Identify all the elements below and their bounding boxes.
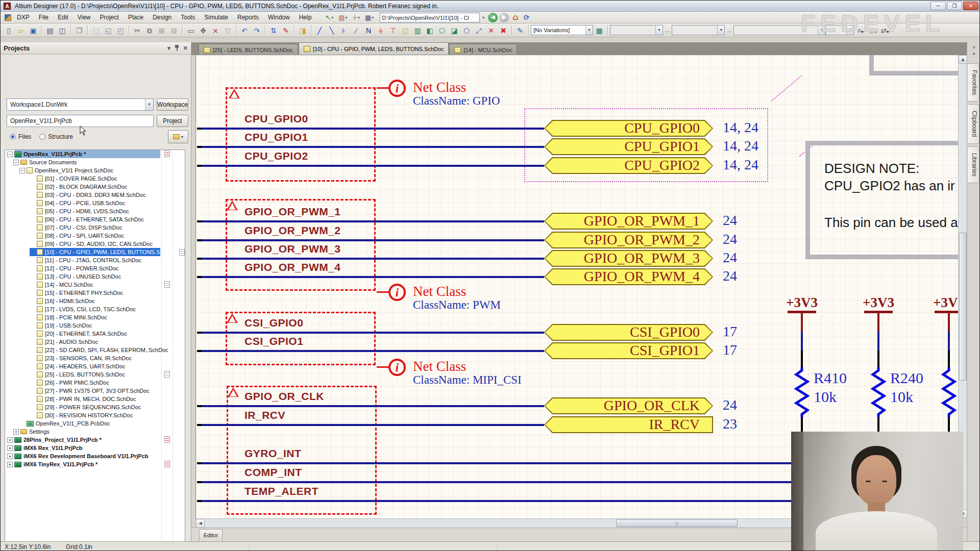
compile-mask-icon[interactable]: ✖ (498, 25, 509, 36)
layer-stack-icon[interactable]: ▤▾ (336, 13, 349, 22)
tree-item[interactable]: +iMX6 Rex_V1I1.PrjPcb (5, 444, 185, 452)
editor-tab[interactable]: Editor (199, 529, 223, 541)
tree-expander-icon[interactable]: − (13, 160, 19, 165)
tree-expander-icon[interactable]: + (13, 429, 19, 435)
home-button[interactable]: ⌂ (510, 13, 520, 22)
port-gpio_or_clk[interactable]: GPIO_OR_CLK (544, 397, 713, 414)
tree-expander-icon[interactable]: − (19, 168, 25, 173)
find-similar-icon[interactable]: ◨ (297, 25, 308, 36)
tree-item[interactable]: [09] - CPU - SD, AUDIO, I2C, CAN.SchDoc (5, 240, 185, 248)
scroll-up-icon[interactable]: ▲ (959, 55, 967, 64)
panel-tab-clipboard[interactable]: Clipboard (968, 104, 979, 143)
panel-close-icon[interactable]: ✕ (183, 45, 188, 52)
tree-expander-icon[interactable]: + (7, 462, 13, 467)
tree-item[interactable]: [28] - PWR IN, MECH, DOC.SchDoc (5, 395, 185, 403)
compile-mask-triangle[interactable] (228, 387, 239, 397)
panel-tab-libraries[interactable]: Libraries (968, 146, 979, 183)
tree-expander-icon[interactable]: + (7, 454, 13, 459)
undo-icon[interactable]: ↶ (239, 25, 250, 36)
zoom-area-icon[interactable]: ⬚ (90, 25, 102, 36)
horizontal-scroll-thumb[interactable] (616, 519, 738, 527)
menu-item-view[interactable]: View (73, 12, 95, 22)
select-area-icon[interactable]: ▭ (185, 25, 197, 36)
back-button[interactable]: ◀ (488, 13, 498, 22)
tree-item[interactable]: [26] - PWR PMIC.SchDoc (5, 379, 185, 387)
tree-item[interactable]: [18] - PCIE MINI.SchDoc (5, 313, 185, 321)
menu-item-design[interactable]: Design (148, 12, 176, 22)
menu-item-file[interactable]: File (34, 12, 53, 22)
new-document-icon[interactable]: ▯ (3, 25, 14, 36)
net-label[interactable]: GPIO_OR_CLK (244, 390, 324, 403)
edit-pencil-icon[interactable]: ✎ (280, 25, 291, 36)
path-combobox[interactable]: D:\Projects\OpenRex\V1I1\[10] - CI (380, 13, 480, 22)
tree-item[interactable]: +Settings (5, 428, 185, 436)
tree-item[interactable]: [13] - CPU - UNUSED.SchDoc (5, 272, 185, 281)
snap-grid-icon[interactable]: ▦▾ (363, 13, 376, 22)
wire-gpio_or_pwm_4[interactable] (198, 276, 544, 278)
zoom-selection-icon[interactable]: ◰ (115, 25, 126, 36)
menu-item-tools[interactable]: Tools (176, 12, 200, 22)
mask-combobox-3[interactable]: ▾ (733, 25, 825, 35)
place-wire-icon[interactable]: ╱ (314, 25, 325, 36)
port-ir_rcv[interactable]: IR_RCV (544, 416, 713, 433)
menu-item-simulate[interactable]: Simulate (200, 12, 233, 22)
cut-icon[interactable]: ✂ (132, 25, 143, 36)
restore-button[interactable]: ❐ (947, 2, 962, 10)
place-part-icon[interactable]: ◫ (400, 25, 411, 36)
workspace-combobox[interactable]: Workspace1.DsnWrk▾ (7, 98, 154, 111)
net-label[interactable]: GPIO_OR_PWM_2 (244, 224, 341, 237)
distribute-tools-icon[interactable]: ≣▾ (867, 25, 878, 36)
move-selection-icon[interactable]: ✥ (198, 25, 209, 36)
wire-gyro_int[interactable] (198, 462, 791, 464)
net-class-directive-icon[interactable]: i (388, 359, 406, 376)
print-preview-icon[interactable]: ◫ (57, 25, 68, 36)
path-dropdown-icon[interactable]: ▾ (480, 14, 486, 21)
power-port-3v3[interactable]: +3V3 (771, 295, 832, 311)
save-document-icon[interactable]: ▣ (28, 25, 39, 36)
wire-cpu_gpio2[interactable] (198, 165, 544, 167)
port-csi_gpio1[interactable]: CSI_GPIO1 (544, 342, 713, 359)
port-cpu_gpio2[interactable]: CPU_GPIO2 (544, 157, 713, 174)
open-project-button[interactable]: ▾ (168, 130, 188, 143)
net-label[interactable]: CPU_GPIO1 (244, 131, 308, 143)
place-no-erc-icon[interactable]: ✕ (485, 25, 497, 36)
menu-item-project[interactable]: Project (95, 12, 124, 22)
panels-more-icon[interactable]: » (972, 44, 975, 50)
tree-item[interactable]: [29] - POWER SEQUENCING.SchDoc (5, 403, 185, 411)
resistor-symbol[interactable] (870, 367, 887, 424)
place-harness-entry-icon[interactable]: ◪ (449, 25, 460, 36)
redo-icon[interactable]: ↷ (251, 25, 262, 36)
project-button[interactable]: Project (157, 115, 188, 127)
tree-item[interactable]: −OpenRex_V1I1.PrjPcb * (5, 150, 185, 158)
paste-array-icon[interactable]: ⊟ (168, 25, 180, 36)
port-csi_gpio0[interactable]: CSI_GPIO0 (544, 324, 713, 341)
tree-item[interactable]: [20] - ETHERNET, SATA.SchDoc (5, 330, 185, 338)
menu-item-reports[interactable]: Reports (233, 12, 263, 22)
compile-mask-triangle[interactable] (229, 89, 240, 98)
wire-csi_gpio1[interactable] (198, 350, 544, 352)
clear-selection-icon[interactable]: ⨯ (210, 25, 221, 36)
panel-pin-icon[interactable] (175, 45, 179, 52)
port-gpio_or_pwm_4[interactable]: GPIO_OR_PWM_4 (544, 268, 713, 285)
power-port-3v3[interactable]: +3V3 (918, 295, 958, 311)
place-off-sheet-connector-icon[interactable]: ⤢ (473, 25, 484, 36)
paste-icon[interactable]: ⊞ (156, 25, 167, 36)
net-label[interactable]: CPU_GPIO0 (244, 113, 308, 125)
tree-item[interactable]: −Source Documents (5, 158, 185, 166)
mask-combobox-2[interactable]: ▾ (672, 25, 725, 35)
port-gpio_or_pwm_3[interactable]: GPIO_OR_PWM_3 (544, 250, 713, 267)
mask-combobox-1[interactable]: ▾ (610, 25, 663, 35)
workspace-button[interactable]: Workspace (157, 98, 188, 111)
tree-item[interactable]: [19] - USB.SchDoc (5, 321, 185, 330)
place-harness-connector-icon[interactable]: ⬠ (436, 25, 448, 36)
panel-tab-favorites[interactable]: Favorites (968, 63, 979, 102)
tree-expander-icon[interactable]: + (7, 445, 13, 451)
open-document-icon[interactable]: ▱ (15, 25, 27, 36)
document-tab[interactable]: [25] - LEDS, BUTTONS.SchDoc (199, 44, 298, 55)
filter-icon[interactable]: ▽ (222, 25, 233, 36)
net-label[interactable]: GPIO_OR_PWM_1 (244, 206, 341, 218)
place-line-icon[interactable]: ∕ (351, 25, 362, 36)
place-gnd-power-port-icon[interactable]: ⏚ (375, 25, 386, 36)
swap-tools-icon[interactable]: ⇄▾ (879, 25, 890, 36)
tree-item[interactable]: [30] - REVISION HISTORY.SchDoc (5, 411, 185, 419)
